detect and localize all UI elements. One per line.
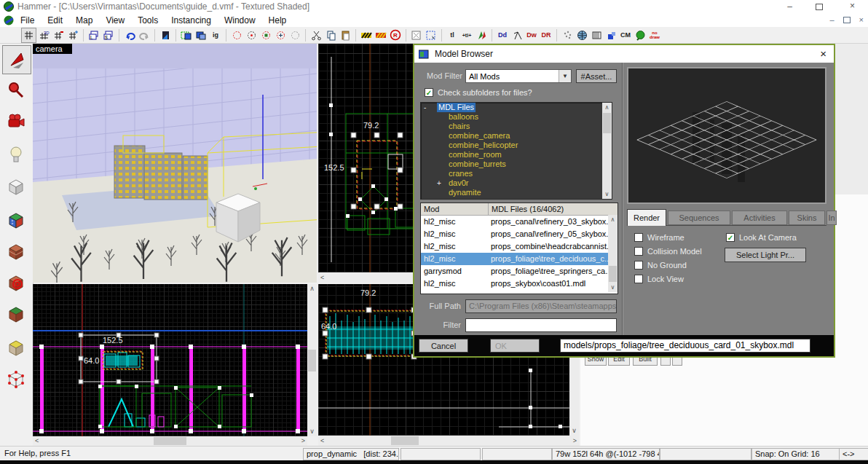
center-on-map-button[interactable]: CM: [619, 28, 633, 42]
result-path-field[interactable]: models/props_foliage/tree_deciduous_card…: [560, 339, 810, 353]
ok-button[interactable]: OK: [490, 339, 540, 353]
hollow-button[interactable]: [194, 28, 208, 42]
collapse-icon[interactable]: -: [424, 103, 426, 112]
blue-cube-button[interactable]: [604, 28, 618, 42]
menu-help[interactable]: Help: [262, 14, 293, 27]
model-file-list[interactable]: Mod MDL Files (16/4062) hl2_miscprops_ca…: [420, 202, 618, 294]
entity-tool-button[interactable]: [2, 141, 30, 169]
expand-icon[interactable]: +: [437, 178, 441, 188]
list-header[interactable]: Mod MDL Files (16/4062): [421, 203, 618, 216]
dialog-title-bar[interactable]: Model Browser ×: [414, 45, 834, 63]
scroll-thumb[interactable]: [154, 437, 186, 445]
scroll-left-button[interactable]: <: [318, 436, 326, 446]
clipping-tool-button[interactable]: [2, 334, 30, 361]
selection-tool-button[interactable]: [2, 45, 31, 74]
detail-objects-button[interactable]: Dd: [496, 28, 510, 42]
displacement-mask-button[interactable]: [475, 28, 489, 42]
texture-application-tool-button[interactable]: [2, 206, 30, 234]
visgroup-stripes-button[interactable]: [590, 28, 604, 42]
object-properties-button[interactable]: [159, 28, 173, 42]
vertex-tool-button[interactable]: [2, 365, 30, 393]
list-row[interactable]: hl2_miscprops_combine\headcrabcannist..: [421, 240, 618, 253]
apply-texture-tool-button[interactable]: [2, 237, 30, 265]
tree-item[interactable]: combine_turrets: [421, 160, 612, 169]
scroll-thumb[interactable]: [603, 113, 611, 133]
scroll-up-icon[interactable]: ∧: [608, 215, 618, 224]
menu-view[interactable]: View: [99, 14, 131, 27]
subfolders-checkbox[interactable]: ✓: [425, 88, 433, 97]
selection-mode-2-button[interactable]: [245, 28, 259, 42]
mdi-close-button[interactable]: ×: [859, 15, 864, 24]
texture-lock-button[interactable]: tl: [446, 28, 459, 42]
texture-scale-lock-button[interactable]: +tl+: [460, 28, 474, 42]
tree-item[interactable]: combine_helicopter: [421, 141, 612, 150]
carve-button[interactable]: [180, 28, 194, 42]
viewport-3d[interactable]: camera: [33, 44, 317, 283]
menu-window[interactable]: Window: [218, 14, 262, 27]
show-models-2d-button[interactable]: [510, 28, 524, 42]
overlay-tool-button[interactable]: [2, 300, 30, 328]
close-button[interactable]: ×: [850, 1, 855, 10]
toggle-grid-button[interactable]: [21, 28, 36, 43]
scroll-thumb[interactable]: [609, 266, 617, 282]
save-window-state-button[interactable]: $: [102, 28, 116, 42]
chat-button[interactable]: [634, 28, 647, 42]
list-row[interactable]: hl2_miscprops_canal\refinery_03_skybox..: [421, 216, 618, 228]
filter-input[interactable]: skybox: [465, 318, 617, 332]
tree-scrollbar[interactable]: ∧ ∨: [602, 103, 612, 199]
magnify-tool-button[interactable]: [2, 76, 30, 104]
hide-unselected-button[interactable]: [374, 28, 388, 42]
draw-ropes-button[interactable]: DR: [540, 28, 553, 42]
scroll-down-icon[interactable]: ∨: [608, 283, 618, 292]
tree-item-root[interactable]: -MDL Files: [421, 103, 612, 112]
viewport-2d-side[interactable]: 152.5 64.0: [33, 284, 307, 436]
hide-selected-button[interactable]: [360, 28, 374, 42]
column-mod[interactable]: Mod: [421, 203, 489, 215]
list-row[interactable]: hl2_miscprops_canal\refinery_05_skybox..: [421, 228, 618, 240]
list-scrollbar[interactable]: ∧ ∨: [608, 215, 618, 292]
scroll-down-button[interactable]: ∨: [307, 427, 317, 436]
no-ground-checkbox[interactable]: [634, 261, 643, 270]
tab-activities[interactable]: Activities: [732, 211, 787, 225]
magnify-selection-button[interactable]: [425, 28, 438, 42]
scroll-down-button[interactable]: ∨: [569, 426, 579, 436]
mdi-minimize-button[interactable]: –: [829, 15, 834, 24]
tab-sequences[interactable]: Sequences: [668, 211, 730, 225]
copy-button[interactable]: [324, 28, 338, 42]
menu-tools[interactable]: Tools: [131, 14, 165, 27]
radius-culling-button[interactable]: R: [389, 28, 403, 42]
scroll-right-button[interactable]: >: [571, 436, 579, 446]
tree-item[interactable]: combine_camera: [421, 131, 612, 141]
collision-model-checkbox[interactable]: [634, 247, 643, 256]
menu-edit[interactable]: Edit: [41, 14, 69, 27]
tree-item[interactable]: +dav0r: [421, 178, 612, 188]
scroll-down-icon[interactable]: ∨: [602, 189, 612, 199]
toggle-select-bounds-button[interactable]: [410, 28, 424, 42]
tab-info[interactable]: In: [826, 211, 837, 225]
apply-decals-tool-button[interactable]: [2, 269, 30, 296]
paste-button[interactable]: [339, 28, 352, 42]
viewport-2d-side-hscrollbar[interactable]: < >: [33, 436, 307, 446]
tab-render[interactable]: Render: [627, 209, 666, 226]
list-row[interactable]: garrysmodprops_foliage\tree_springers_ca…: [421, 265, 618, 278]
scroll-right-button[interactable]: >: [299, 436, 307, 446]
toggle-3d-grid-button[interactable]: 3D: [37, 28, 51, 42]
restore-button[interactable]: [816, 4, 823, 10]
tree-item[interactable]: chairs: [421, 122, 612, 131]
wireframe-checkbox[interactable]: [634, 233, 643, 242]
tree-item[interactable]: balloons: [421, 112, 612, 122]
menu-instancing[interactable]: Instancing: [165, 14, 218, 27]
menu-map[interactable]: Map: [69, 14, 99, 27]
tree-item[interactable]: dynamite: [421, 188, 612, 197]
smaller-grid-button[interactable]: [52, 28, 66, 42]
select-light-button[interactable]: Select Light Pr...: [725, 248, 806, 262]
globe-button[interactable]: [575, 28, 589, 42]
menu-file[interactable]: File: [14, 14, 41, 27]
mdi-restore-button[interactable]: [843, 17, 851, 23]
list-row[interactable]: hl2_miscprops_skybox\coast01.mdl: [421, 278, 618, 290]
selection-mode-4-button[interactable]: [274, 28, 288, 42]
tab-skins[interactable]: Skins: [789, 211, 825, 225]
ignore-groups-button[interactable]: ig: [209, 28, 223, 42]
scroll-left-button[interactable]: <: [33, 436, 41, 446]
selection-mode-5-button[interactable]: [288, 28, 302, 42]
